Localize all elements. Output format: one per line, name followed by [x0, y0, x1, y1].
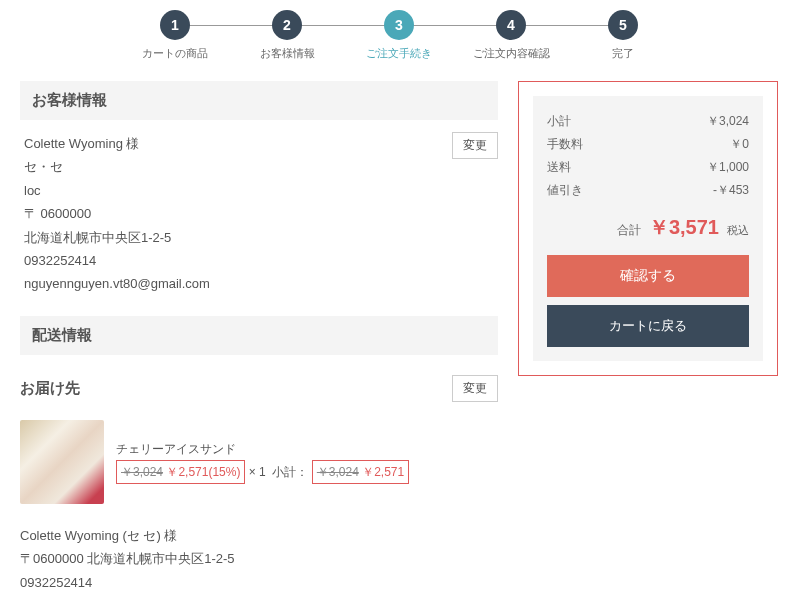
summary-total: 合計 ￥3,571 税込 [547, 202, 749, 255]
summary-row-subtotal: 小計 ￥3,024 [547, 110, 749, 133]
destination-title: お届け先 [20, 379, 80, 398]
step-2: 2 お客様情報 [231, 10, 343, 61]
confirm-button[interactable]: 確認する [547, 255, 749, 297]
step-3: 3 ご注文手続き [343, 10, 455, 61]
step-number: 1 [160, 10, 190, 40]
change-destination-button[interactable]: 変更 [452, 375, 498, 402]
checkout-steps: 1 カートの商品 2 お客様情報 3 ご注文手続き 4 ご注文内容確認 5 完了 [0, 0, 798, 81]
customer-name: Colette Wyoming 様 [24, 132, 494, 155]
step-number: 3 [384, 10, 414, 40]
subtotal-label: 小計： [272, 465, 308, 479]
shipping-address: Colette Wyoming (セ セ) 様 〒0600000 北海道札幌市中… [20, 518, 498, 593]
customer-info-header: お客様情報 [20, 81, 498, 120]
sale-price: ￥2,571(15%) [166, 465, 240, 479]
step-5: 5 完了 [567, 10, 679, 61]
step-label: お客様情報 [260, 46, 315, 61]
summary-label: 小計 [547, 113, 571, 130]
original-price: ￥3,024 [121, 465, 163, 479]
quantity: × 1 [249, 465, 266, 479]
summary-row-fee: 手数料 ￥0 [547, 133, 749, 156]
summary-value: -￥453 [713, 182, 749, 199]
customer-zip: 〒 0600000 [24, 202, 494, 225]
subtotal-original: ￥3,024 [317, 465, 359, 479]
summary-value: ￥3,024 [707, 113, 749, 130]
step-label: 完了 [612, 46, 634, 61]
summary-label: 手数料 [547, 136, 583, 153]
summary-value: ￥0 [730, 136, 749, 153]
product-row: チェリーアイスサンド ￥3,024 ￥2,571(15%) × 1 小計： ￥3… [20, 410, 498, 518]
product-name: チェリーアイスサンド [116, 439, 409, 459]
step-number: 2 [272, 10, 302, 40]
destination-header: お届け先 変更 [20, 367, 498, 410]
section-title: 配送情報 [32, 326, 92, 345]
ship-tel: 0932252414 [20, 571, 498, 593]
total-label: 合計 [617, 222, 641, 239]
section-title: お客様情報 [32, 91, 107, 110]
product-image [20, 420, 104, 504]
summary-inner: 小計 ￥3,024 手数料 ￥0 送料 ￥1,000 値引き -￥453 合計 [533, 96, 763, 361]
step-label: カートの商品 [142, 46, 208, 61]
summary-highlight-box: 小計 ￥3,024 手数料 ￥0 送料 ￥1,000 値引き -￥453 合計 [518, 81, 778, 376]
step-4: 4 ご注文内容確認 [455, 10, 567, 61]
summary-label: 値引き [547, 182, 583, 199]
customer-info-body: 変更 Colette Wyoming 様 セ・セ loc 〒 0600000 北… [20, 132, 498, 316]
ship-line: 〒0600000 北海道札幌市中央区1-2-5 [20, 547, 498, 570]
shipping-info-header: 配送情報 [20, 316, 498, 355]
subtotal-price-box: ￥3,024 ￥2,571 [312, 460, 409, 484]
order-summary-panel: 小計 ￥3,024 手数料 ￥0 送料 ￥1,000 値引き -￥453 合計 [518, 81, 778, 593]
customer-email: nguyennguyen.vt80@gmail.com [24, 272, 494, 295]
tax-label: 税込 [727, 223, 749, 238]
customer-tel: 0932252414 [24, 249, 494, 272]
summary-row-discount: 値引き -￥453 [547, 179, 749, 202]
product-price-box: ￥3,024 ￥2,571(15%) [116, 460, 245, 484]
step-label: ご注文手続き [366, 46, 432, 61]
step-number: 5 [608, 10, 638, 40]
product-info: チェリーアイスサンド ￥3,024 ￥2,571(15%) × 1 小計： ￥3… [116, 439, 409, 484]
step-number: 4 [496, 10, 526, 40]
total-amount: ￥3,571 [649, 214, 719, 241]
step-1: 1 カートの商品 [119, 10, 231, 61]
customer-kana: セ・セ [24, 155, 494, 178]
customer-loc: loc [24, 179, 494, 202]
main-content: お客様情報 変更 Colette Wyoming 様 セ・セ loc 〒 060… [20, 81, 518, 593]
back-to-cart-button[interactable]: カートに戻る [547, 305, 749, 347]
subtotal-sale: ￥2,571 [362, 465, 404, 479]
summary-label: 送料 [547, 159, 571, 176]
summary-value: ￥1,000 [707, 159, 749, 176]
ship-name: Colette Wyoming (セ セ) 様 [20, 524, 498, 547]
change-customer-button[interactable]: 変更 [452, 132, 498, 159]
customer-address: 北海道札幌市中央区1-2-5 [24, 226, 494, 249]
step-label: ご注文内容確認 [473, 46, 550, 61]
summary-row-shipping: 送料 ￥1,000 [547, 156, 749, 179]
